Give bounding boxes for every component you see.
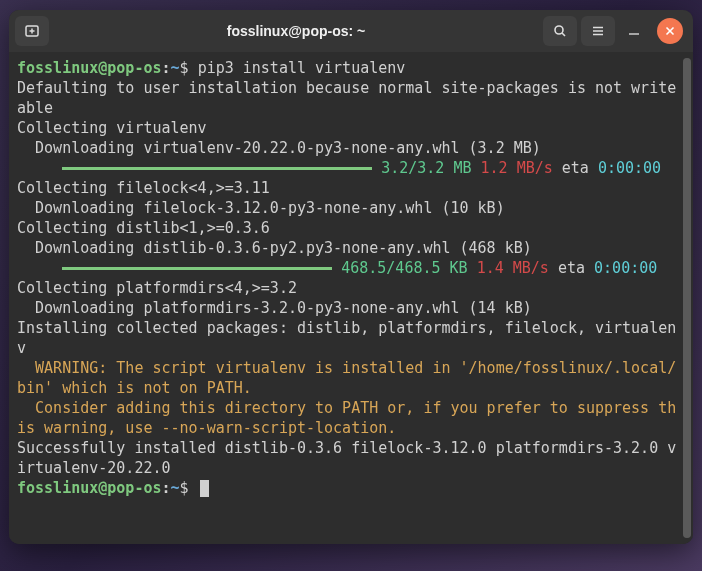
menu-button[interactable] [581,16,615,46]
warning-line: WARNING: The script virtualenv is instal… [17,358,685,398]
output-line: Downloading filelock-3.12.0-py3-none-any… [17,198,685,218]
new-tab-button[interactable] [15,16,49,46]
search-button[interactable] [543,16,577,46]
search-icon [552,23,568,39]
progress-eta: 0:00:00 [598,159,661,177]
progress-size: 468.5/468.5 KB [341,259,467,277]
output-line: Collecting distlib<1,>=0.3.6 [17,218,685,238]
svg-line-4 [562,33,565,36]
output-line: Collecting virtualenv [17,118,685,138]
warning-line: Consider adding this directory to PATH o… [17,398,685,438]
output-line: Downloading platformdirs-3.2.0-py3-none-… [17,298,685,318]
close-icon [664,25,676,37]
output-line: Collecting platformdirs<4,>=3.2 [17,278,685,298]
prompt-sep: : [162,59,171,77]
prompt-sep: : [162,479,171,497]
progress-fill [62,267,332,270]
progress-bar-1: 3.2/3.2 MB 1.2 MB/s eta 0:00:00 [17,158,685,178]
output-line: Downloading virtualenv-20.22.0-py3-none-… [17,138,685,158]
progress-fill [62,167,372,170]
window-title: fosslinux@pop-os: ~ [53,23,539,39]
hamburger-icon [590,23,606,39]
scrollbar-thumb[interactable] [683,58,691,538]
new-tab-icon [24,23,40,39]
progress-speed: 1.2 MB/s [481,159,553,177]
prompt-dollar: $ [180,479,189,497]
output-line: Installing collected packages: distlib, … [17,318,685,358]
scrollbar[interactable] [683,58,691,538]
minimize-icon [626,23,642,39]
close-button[interactable] [657,18,683,44]
cursor [200,480,209,497]
minimize-button[interactable] [619,16,649,46]
output-line: Collecting filelock<4,>=3.11 [17,178,685,198]
progress-eta-label: eta [562,159,589,177]
prompt-user: fosslinux@pop-os [17,479,162,497]
output-line: Defaulting to user installation because … [17,78,685,118]
progress-size: 3.2/3.2 MB [381,159,471,177]
terminal-window: fosslinux@pop-os: ~ fosslinux@pop-os:~$ … [9,10,693,544]
output-line: Successfully installed distlib-0.3.6 fil… [17,438,685,478]
progress-eta: 0:00:00 [594,259,657,277]
progress-bar-2: 468.5/468.5 KB 1.4 MB/s eta 0:00:00 [17,258,685,278]
title-bar: fosslinux@pop-os: ~ [9,10,693,52]
prompt-path: ~ [171,479,180,497]
progress-eta-label: eta [558,259,585,277]
command-text: pip3 install virtualenv [198,59,406,77]
prompt-dollar: $ [180,59,189,77]
terminal-body[interactable]: fosslinux@pop-os:~$ pip3 install virtual… [9,52,693,544]
prompt-path: ~ [171,59,180,77]
prompt-line-1: fosslinux@pop-os:~$ pip3 install virtual… [17,58,685,78]
svg-point-3 [555,26,563,34]
prompt-user: fosslinux@pop-os [17,59,162,77]
output-line: Downloading distlib-0.3.6-py2.py3-none-a… [17,238,685,258]
prompt-line-2: fosslinux@pop-os:~$ [17,478,685,498]
progress-speed: 1.4 MB/s [477,259,549,277]
